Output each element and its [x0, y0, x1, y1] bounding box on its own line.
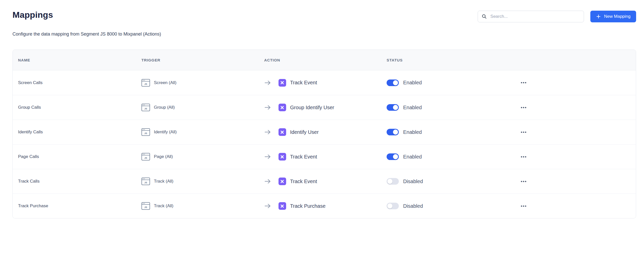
mapping-name: Track Calls	[13, 179, 141, 184]
status-label: Enabled	[403, 154, 422, 160]
toggle-knob	[393, 154, 398, 159]
mixpanel-x-icon	[279, 178, 286, 185]
row-menu-cell	[519, 203, 636, 209]
js-source-window-icon: JS	[141, 79, 150, 87]
mapping-status-cell: Enabled	[387, 153, 519, 160]
svg-text:JS: JS	[144, 132, 147, 135]
mapping-action-cell: Track Event	[264, 153, 387, 161]
status-label: Disabled	[403, 203, 423, 209]
js-source-window-icon: JS	[141, 104, 150, 111]
arrow-right-icon	[264, 203, 271, 209]
mapping-action-label: Track Purchase	[290, 203, 326, 209]
mapping-trigger-cell: JS Identify (All)	[141, 128, 264, 136]
toggle-knob	[393, 130, 398, 135]
table-row: Track Calls JS Track (All)	[13, 169, 636, 194]
status-toggle[interactable]	[387, 104, 399, 111]
toggle-knob	[387, 203, 392, 209]
search-box[interactable]	[478, 11, 584, 22]
status-toggle[interactable]	[387, 203, 399, 209]
column-header-trigger: Trigger	[141, 58, 264, 62]
svg-text:JS: JS	[144, 83, 147, 85]
status-label: Enabled	[403, 129, 422, 135]
ellipsis-horizontal-icon[interactable]	[519, 203, 528, 209]
mapping-trigger-cell: JS Track (All)	[141, 202, 264, 210]
ellipsis-horizontal-icon[interactable]	[519, 104, 528, 111]
status-toggle[interactable]	[387, 79, 399, 86]
arrow-right-icon	[264, 129, 271, 135]
column-header-name: Name	[13, 58, 141, 62]
new-mapping-button[interactable]: New Mapping	[590, 11, 636, 22]
arrow-right-icon	[264, 154, 271, 160]
status-label: Enabled	[403, 80, 422, 86]
row-menu-cell	[519, 154, 636, 160]
mapping-trigger-cell: JS Track (All)	[141, 178, 264, 185]
ellipsis-horizontal-icon[interactable]	[519, 154, 528, 160]
mixpanel-x-icon	[279, 153, 286, 161]
mappings-table: Name Trigger Action Status Screen Calls …	[12, 50, 636, 218]
column-header-status: Status	[387, 58, 519, 62]
mapping-status-cell: Enabled	[387, 79, 519, 86]
mapping-action-cell: Identify User	[264, 128, 387, 136]
toggle-knob	[393, 80, 398, 85]
js-source-window-icon: JS	[141, 128, 150, 136]
mapping-name: Page Calls	[13, 154, 141, 159]
svg-text:JS: JS	[144, 181, 147, 184]
column-header-action: Action	[264, 58, 387, 62]
row-menu-cell	[519, 79, 636, 86]
mapping-trigger-cell: JS Group (All)	[141, 104, 264, 111]
mapping-action-cell: Track Event	[264, 79, 387, 87]
toggle-knob	[387, 179, 392, 184]
mapping-name: Track Purchase	[13, 203, 141, 209]
status-toggle[interactable]	[387, 129, 399, 135]
row-menu-cell	[519, 178, 636, 185]
mapping-trigger-cell: JS Screen (All)	[141, 79, 264, 87]
mapping-action-label: Track Event	[290, 179, 317, 184]
mapping-action-label: Track Event	[290, 80, 317, 86]
mapping-trigger-label: Identify (All)	[154, 130, 177, 135]
mapping-trigger-label: Track (All)	[154, 203, 173, 209]
mixpanel-x-icon	[279, 202, 286, 210]
page-title: Mappings	[12, 10, 53, 20]
svg-text:JS: JS	[144, 157, 147, 159]
search-input[interactable]	[490, 14, 580, 19]
js-source-window-icon: JS	[141, 153, 150, 161]
status-toggle[interactable]	[387, 153, 399, 160]
table-row: Screen Calls JS Screen (All)	[13, 70, 636, 95]
svg-text:JS: JS	[144, 206, 147, 209]
mapping-status-cell: Disabled	[387, 203, 519, 209]
plus-icon	[596, 14, 601, 19]
js-source-window-icon: JS	[141, 178, 150, 185]
status-toggle[interactable]	[387, 178, 399, 185]
status-label: Disabled	[403, 179, 423, 184]
ellipsis-horizontal-icon[interactable]	[519, 129, 528, 135]
page-subtitle: Configure the data mapping from Segment …	[12, 31, 636, 37]
table-row: Identify Calls JS Identify (All)	[13, 120, 636, 144]
ellipsis-horizontal-icon[interactable]	[519, 79, 528, 86]
mapping-status-cell: Enabled	[387, 104, 519, 111]
mapping-action-label: Identify User	[290, 129, 319, 135]
new-mapping-label: New Mapping	[604, 14, 631, 19]
arrow-right-icon	[264, 80, 271, 86]
search-icon	[481, 14, 487, 19]
mapping-trigger-label: Track (All)	[154, 179, 173, 184]
arrow-right-icon	[264, 105, 271, 110]
mapping-action-label: Track Event	[290, 154, 317, 160]
mappings-page: Mappings New Mapping Configure the data …	[0, 0, 644, 218]
svg-text:JS: JS	[144, 107, 147, 110]
mapping-trigger-label: Group (All)	[154, 105, 175, 110]
mapping-trigger-cell: JS Page (All)	[141, 153, 264, 161]
mapping-name: Group Calls	[13, 105, 141, 110]
mapping-name: Identify Calls	[13, 130, 141, 135]
mapping-action-cell: Group Identify User	[264, 104, 387, 111]
mapping-trigger-label: Screen (All)	[154, 80, 177, 85]
mapping-trigger-label: Page (All)	[154, 154, 173, 159]
mapping-status-cell: Enabled	[387, 129, 519, 135]
mapping-action-label: Group Identify User	[290, 105, 334, 110]
status-label: Enabled	[403, 105, 422, 110]
table-header-row: Name Trigger Action Status	[13, 50, 636, 70]
mapping-status-cell: Disabled	[387, 178, 519, 185]
table-row: Page Calls JS Page (All)	[13, 144, 636, 169]
ellipsis-horizontal-icon[interactable]	[519, 178, 528, 185]
toggle-knob	[393, 105, 398, 110]
table-body: Screen Calls JS Screen (All)	[13, 70, 636, 218]
